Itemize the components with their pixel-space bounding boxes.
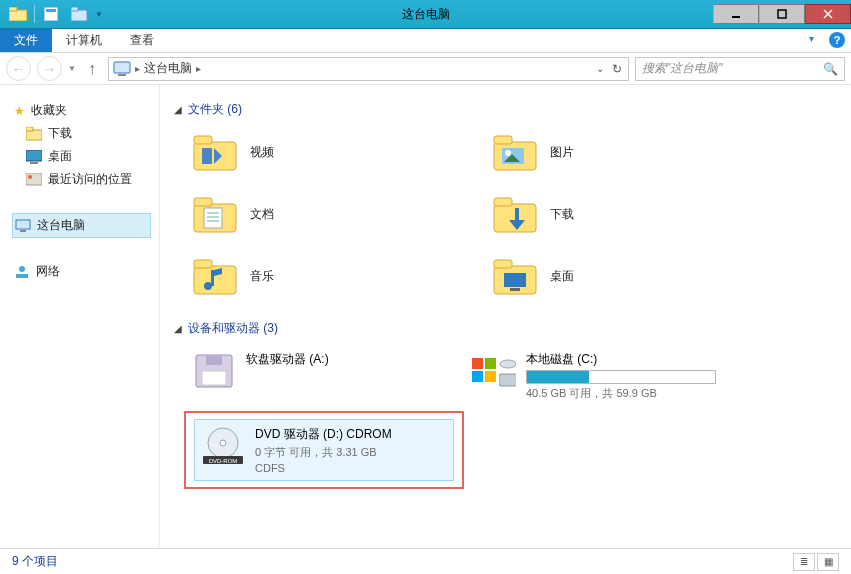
search-input[interactable]: 搜索"这台电脑" 🔍 [635,57,845,81]
svg-point-56 [500,360,516,368]
folder-label: 文档 [250,206,274,223]
section-title: 设备和驱动器 (3) [188,320,278,337]
drive-c[interactable]: 本地磁盘 (C:) 40.5 GB 可用，共 59.9 GB [472,351,732,401]
svg-rect-46 [504,273,526,287]
svg-rect-24 [202,148,212,164]
back-button[interactable]: ← [6,56,31,81]
svg-rect-54 [485,371,496,382]
svg-rect-0 [9,10,27,21]
sidebar-label: 网络 [36,263,60,280]
svg-rect-33 [204,208,222,228]
sidebar-favorites[interactable]: ★ 收藏夹 [12,99,151,122]
address-bar[interactable]: ▸ 这台电脑 ▸ ⌄ ↻ [108,57,629,81]
drive-name: DVD 驱动器 (D:) CDROM [255,426,392,443]
svg-rect-52 [485,358,496,369]
capacity-bar [526,370,716,384]
address-dropdown-icon[interactable]: ⌄ [596,63,604,74]
folder-music[interactable]: 音乐 [192,256,472,296]
ribbon-expand-icon[interactable]: ▾ [809,33,823,47]
up-button[interactable]: ↑ [82,59,102,79]
svg-rect-32 [194,198,212,206]
folder-label: 桌面 [550,268,574,285]
svg-rect-3 [46,9,56,12]
sidebar-downloads[interactable]: 下载 [24,122,151,145]
highlight-box: DVD-ROM DVD 驱动器 (D:) CDROM 0 字节 可用，共 3.3… [184,411,464,489]
folder-video[interactable]: 视频 [192,132,472,172]
svg-rect-53 [472,371,483,382]
qat-dropdown-icon[interactable]: ▼ [95,10,103,19]
breadcrumb-root[interactable]: 这台电脑 [144,60,192,77]
sidebar-label: 收藏夹 [31,102,67,119]
capacity-fill [527,371,589,383]
folder-label: 音乐 [250,268,274,285]
folder-icon [492,194,538,234]
quick-access-toolbar: ▼ [0,3,103,25]
explorer-icon[interactable] [6,3,30,25]
floppy-icon [192,351,236,391]
svg-rect-23 [194,136,212,144]
section-folders-header[interactable]: ◢ 文件夹 (6) [174,101,839,118]
folder-documents[interactable]: 文档 [192,194,472,234]
svg-rect-27 [494,136,512,144]
computer-icon [113,61,131,77]
tab-view[interactable]: 查看 [116,29,168,52]
ribbon-tabs: 文件 计算机 查看 ▾ ? [0,29,851,53]
drive-dvd[interactable]: DVD-ROM DVD 驱动器 (D:) CDROM 0 字节 可用，共 3.3… [194,419,454,481]
folder-icon [492,256,538,296]
drive-name: 本地磁盘 (C:) [526,351,716,368]
view-details-button[interactable]: ≣ [793,553,815,571]
status-bar: 9 个项目 ≣ ▦ [0,548,851,574]
sidebar-desktop[interactable]: 桌面 [24,145,151,168]
search-icon: 🔍 [823,62,838,76]
section-title: 文件夹 (6) [188,101,242,118]
star-icon: ★ [14,104,25,118]
folder-downloads[interactable]: 下载 [492,194,772,234]
svg-rect-19 [20,230,26,232]
svg-point-42 [204,282,212,290]
crumb-sep-icon[interactable]: ▸ [135,63,140,74]
close-button[interactable] [805,4,851,24]
minimize-button[interactable] [713,4,759,24]
maximize-button[interactable] [759,4,805,24]
folder-icon [192,132,238,172]
sidebar-network[interactable]: 网络 [12,260,151,283]
svg-rect-47 [510,288,520,291]
collapse-icon: ◢ [174,104,182,115]
svg-rect-11 [118,74,126,76]
sidebar-label: 下载 [48,125,72,142]
tab-computer[interactable]: 计算机 [52,29,116,52]
tab-file[interactable]: 文件 [0,29,52,52]
refresh-icon[interactable]: ↻ [612,62,622,76]
help-icon[interactable]: ? [829,32,845,48]
body: ★ 收藏夹 下载 桌面 最近访问的位置 这台电脑 [0,85,851,546]
drive-floppy[interactable]: 软盘驱动器 (A:) [192,351,452,401]
search-placeholder: 搜索"这台电脑" [642,60,723,77]
svg-rect-7 [778,10,786,18]
status-item-count: 9 个项目 [12,553,58,570]
qat-new-folder-icon[interactable] [67,3,91,25]
svg-text:DVD-ROM: DVD-ROM [209,458,238,464]
svg-point-20 [19,266,25,272]
history-dropdown-icon[interactable]: ▼ [68,64,76,73]
svg-rect-4 [71,10,87,21]
svg-rect-50 [202,371,226,385]
svg-rect-16 [26,173,42,185]
svg-rect-14 [26,150,42,161]
windows-logo-icon [472,358,497,384]
section-devices-header[interactable]: ◢ 设备和驱动器 (3) [174,320,839,337]
forward-button[interactable]: → [37,56,62,81]
view-large-button[interactable]: ▦ [817,553,839,571]
svg-rect-45 [494,260,512,268]
svg-rect-13 [26,127,33,131]
svg-rect-15 [30,162,38,164]
folder-desktop[interactable]: 桌面 [492,256,772,296]
computer-icon [15,219,31,233]
dvd-icon: DVD-ROM [201,426,245,466]
sidebar-this-pc[interactable]: 这台电脑 [12,213,151,238]
drive-capacity-text: 40.5 GB 可用，共 59.9 GB [526,386,716,401]
qat-properties-icon[interactable] [39,3,63,25]
svg-rect-38 [494,198,512,206]
folder-pictures[interactable]: 图片 [492,132,772,172]
crumb-sep-icon[interactable]: ▸ [196,63,201,74]
sidebar-recent[interactable]: 最近访问的位置 [24,168,151,191]
